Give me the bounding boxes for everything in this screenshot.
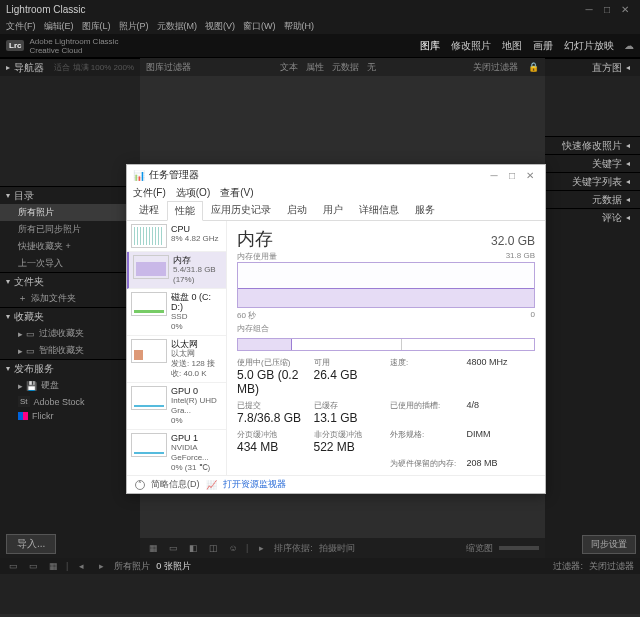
tm-resource-item[interactable]: 磁盘 0 (C: D:)SSD0% [127,289,226,336]
compare-view-icon[interactable]: ◧ [186,542,200,554]
tm-sparkline [131,339,167,363]
monitor2-icon[interactable]: ▭ [26,560,40,572]
prev-icon[interactable]: ◂ [74,560,88,572]
collection-item[interactable]: ▸ ▭过滤收藏夹 [0,325,140,342]
filmstrip-filter-off[interactable]: 关闭过滤器 [589,560,634,573]
module-tab[interactable]: 画册 [529,39,557,53]
tm-metric-title: 内存 [237,227,273,251]
tm-tab[interactable]: 应用历史记录 [203,200,279,220]
filter-tab[interactable]: 元数据 [332,62,359,72]
menu-item[interactable]: 视图(V) [205,20,235,33]
metadata-header[interactable]: 元数据◂ [545,190,640,208]
survey-view-icon[interactable]: ◫ [206,542,220,554]
tm-titlebar[interactable]: 📊 任务管理器 ─ □ ✕ [127,165,545,185]
sort-dropdown[interactable]: 拍摄时间 [319,542,355,555]
filter-tab[interactable]: 无 [367,62,376,72]
tm-resource-monitor-link[interactable]: 打开资源监视器 [223,478,286,491]
close-icon[interactable]: ✕ [616,4,634,15]
brand-line1: Adobe Lightroom Classic [29,37,118,46]
favorites-header[interactable]: ▾收藏夹＋ [0,307,140,325]
cloud-icon[interactable]: ☁ [624,40,634,51]
tm-minimize-icon[interactable]: ─ [485,170,503,181]
tm-resource-item[interactable]: 内存5.4/31.8 GB (17%) [127,252,226,289]
monitor-icon[interactable]: ▭ [6,560,20,572]
tm-menu-item[interactable]: 文件(F) [133,186,166,200]
filmstrip-source[interactable]: 所有照片 [114,560,150,573]
histogram-header[interactable]: 直方图◂ [545,58,640,76]
right-panel: 直方图◂ 快速修改照片◂ 关键字◂ 关键字列表◂ 元数据◂ 评论◂ 同步设置 [545,58,640,558]
publish-service-item[interactable]: ▸ 💾硬盘 [0,377,140,394]
tm-composition-chart [237,338,535,351]
tm-resource-item[interactable]: GPU 1NVIDIA GeForce...0% (31 ℃) [127,430,226,475]
module-tab[interactable]: 幻灯片放映 [560,39,618,53]
filter-tab[interactable]: 文本 [280,62,298,72]
comments-header[interactable]: 评论◂ [545,208,640,226]
tm-maximize-icon[interactable]: □ [503,170,521,181]
tm-sparkline [131,433,167,457]
tm-tab[interactable]: 启动 [279,200,315,220]
add-folder-item[interactable]: ＋添加文件夹 [0,290,140,307]
navigator-header[interactable]: ▸ 导航器 适合 填满 100% 200% [0,58,140,76]
tm-resource-item[interactable]: GPU 0Intel(R) UHD Gra...0% [127,383,226,430]
grid-icon[interactable]: ▦ [46,560,60,572]
tm-resource-item[interactable]: 以太网以太网发送: 128 接收: 40.0 K [127,336,226,383]
quickdev-header[interactable]: 快速修改照片◂ [545,136,640,154]
filter-off-dropdown[interactable]: 关闭过滤器 [473,61,518,74]
catalog-item[interactable]: 所有照片 [0,204,140,221]
filter-tab[interactable]: 属性 [306,62,324,72]
lock-icon[interactable]: 🔒 [528,62,539,72]
folders-header[interactable]: ▾文件夹 [0,272,140,290]
module-tab[interactable]: 地图 [498,39,526,53]
tm-less-details[interactable]: 简略信息(D) [151,478,200,491]
chevron-up-icon[interactable]: ˄ [135,480,145,490]
tm-tab[interactable]: 用户 [315,200,351,220]
next-icon[interactable]: ▸ [94,560,108,572]
menu-item[interactable]: 帮助(H) [284,20,315,33]
tm-resource-item[interactable]: CPU8% 4.82 GHz [127,221,226,252]
catalog-header[interactable]: ▾目录 [0,186,140,204]
tm-menu-item[interactable]: 选项(O) [176,186,210,200]
catalog-item[interactable]: 所有已同步照片 [0,221,140,238]
tm-tab[interactable]: 服务 [407,200,443,220]
tm-tab[interactable]: 详细信息 [351,200,407,220]
keywords-header[interactable]: 关键字◂ [545,154,640,172]
tm-close-icon[interactable]: ✕ [521,170,539,181]
tm-tab[interactable]: 进程 [131,200,167,220]
tm-sparkline [131,224,167,248]
module-tab[interactable]: 图库 [416,39,444,53]
thumbnail-slider[interactable] [499,546,539,550]
maximize-icon[interactable]: □ [598,4,616,15]
catalog-item[interactable]: 快捷收藏夹 + [0,238,140,255]
filmstrip-count: 0 张照片 [156,560,191,573]
menu-item[interactable]: 窗口(W) [243,20,276,33]
tm-menu-item[interactable]: 查看(V) [220,186,253,200]
thumbnail-label: 缩览图 [466,542,493,555]
lr-titlebar: Lightroom Classic ─ □ ✕ [0,0,640,18]
publish-header[interactable]: ▾发布服务 [0,359,140,377]
tm-capacity: 32.0 GB [491,234,535,248]
publish-service-item[interactable]: StAdobe Stock [0,394,140,409]
grid-view-icon[interactable]: ▦ [146,542,160,554]
filter-title: 图库过滤器 [146,61,191,74]
painter-icon[interactable]: ▸ [254,542,268,554]
sync-settings-button[interactable]: 同步设置 [582,535,636,554]
module-tab[interactable]: 修改照片 [447,39,495,53]
minimize-icon[interactable]: ─ [580,4,598,15]
navigator-preview [0,76,140,186]
import-button[interactable]: 导入... [6,534,56,554]
menu-item[interactable]: 文件(F) [6,20,36,33]
menu-item[interactable]: 元数据(M) [157,20,198,33]
publish-service-item[interactable]: Flickr [0,409,140,423]
loupe-view-icon[interactable]: ▭ [166,542,180,554]
menu-item[interactable]: 图库(L) [82,20,111,33]
left-panel: ▸ 导航器 适合 填满 100% 200% ▾目录 所有照片所有已同步照片快捷收… [0,58,140,558]
brand-line2: Creative Cloud [29,46,118,55]
menu-item[interactable]: 照片(P) [119,20,149,33]
menu-item[interactable]: 编辑(E) [44,20,74,33]
people-view-icon[interactable]: ☺ [226,542,240,554]
tm-tab[interactable]: 性能 [167,201,203,221]
tm-tabs: 进程性能应用历史记录启动用户详细信息服务 [127,201,545,221]
collection-item[interactable]: ▸ ▭智能收藏夹 [0,342,140,359]
keywordlist-header[interactable]: 关键字列表◂ [545,172,640,190]
catalog-item[interactable]: 上一次导入 [0,255,140,272]
